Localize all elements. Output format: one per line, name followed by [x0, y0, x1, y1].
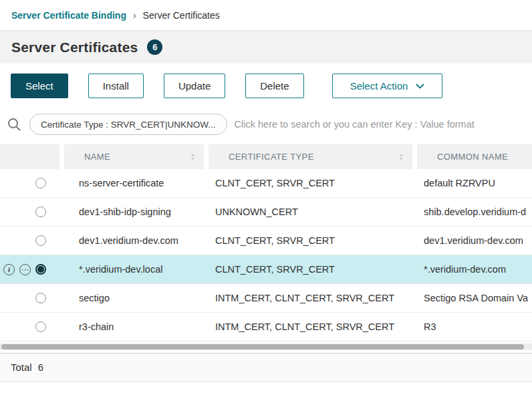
count-badge: 6 [147, 39, 162, 55]
cell-name: r3-chain [64, 321, 209, 332]
horizontal-scrollbar[interactable] [0, 343, 532, 350]
search-bar: Certificate Type : SRVR_CERT|UNKNOW... C… [0, 107, 532, 144]
cell-name: ns-server-certificate [64, 178, 209, 188]
table-header-common-name[interactable]: COMMON NAME ▲ ▼ [417, 144, 532, 169]
horizontal-scrollbar-thumb[interactable] [1, 344, 524, 350]
server-certificates-page: Server Certificate Binding › Server Cert… [0, 0, 532, 415]
search-icon [7, 117, 22, 132]
select-button[interactable]: Select [11, 74, 68, 98]
row-radio[interactable] [35, 264, 46, 275]
table-row[interactable]: i ⋯ *.veridium-dev.local CLNT_CERT, SRVR… [0, 255, 532, 284]
table-body: i ⋯ ns-server-certificate CLNT_CERT, SRV… [0, 169, 532, 341]
breadcrumb: Server Certificate Binding › Server Cert… [0, 0, 532, 31]
select-action-dropdown[interactable]: Select Action [332, 74, 443, 98]
cell-common-name: shib.develop.veridium-d [417, 206, 532, 217]
sort-icon[interactable]: ▲ ▼ [399, 153, 404, 161]
row-radio[interactable] [35, 178, 46, 188]
cell-common-name: default RZRVPU [417, 178, 532, 188]
total-value: 6 [38, 362, 43, 373]
table-header-certificate-type[interactable]: CERTIFICATE TYPE ▲ ▼ [209, 144, 417, 169]
cell-certificate-type: CLNT_CERT, SRVR_CERT [209, 178, 417, 188]
table-footer: Total 6 [0, 353, 532, 382]
cell-common-name: dev1.veridium-dev.com [417, 235, 532, 246]
delete-button[interactable]: Delete [245, 74, 303, 98]
cell-name: dev1.veridium-dev.com [64, 235, 209, 246]
page-title: Server Certificates [11, 39, 138, 55]
select-action-label: Select Action [350, 80, 408, 92]
row-actions: i ⋯ [3, 264, 31, 275]
cell-certificate-type: INTM_CERT, CLNT_CERT, SRVR_CERT [209, 321, 417, 332]
ellipsis-icon[interactable]: ⋯ [19, 264, 31, 275]
chevron-down-icon [416, 84, 424, 89]
table-row[interactable]: i ⋯ dev1.veridium-dev.com CLNT_CERT, SRV… [0, 227, 532, 255]
cell-name: sectigo [64, 293, 209, 303]
row-select-cell: i ⋯ [0, 235, 64, 247]
table-row[interactable]: i ⋯ dev1-shib-idp-signing UNKNOWN_CERT s… [0, 198, 532, 227]
info-icon[interactable]: i [3, 264, 15, 275]
cell-certificate-type: CLNT_CERT, SRVR_CERT [209, 264, 417, 275]
row-radio[interactable] [35, 321, 46, 332]
row-select-cell: i ⋯ [0, 264, 64, 275]
table-row[interactable]: i ⋯ ns-server-certificate CLNT_CERT, SRV… [0, 169, 532, 198]
row-radio[interactable] [35, 235, 46, 246]
toolbar: Select Install Update Delete Select Acti… [0, 63, 532, 107]
search-input[interactable]: Click here to search or you can enter Ke… [235, 119, 475, 130]
cell-common-name: R3 [417, 321, 532, 332]
cell-name: dev1-shib-idp-signing [64, 206, 209, 217]
install-button[interactable]: Install [88, 74, 144, 98]
filter-chip-certificate-type[interactable]: Certificate Type : SRVR_CERT|UNKNOW... [29, 114, 227, 135]
breadcrumb-current: Server Certificates [143, 10, 220, 21]
cell-name: *.veridium-dev.local [64, 264, 209, 275]
certificates-table: NAME ▲ ▼ CERTIFICATE TYPE ▲ ▼ COMMON NAM… [0, 144, 532, 341]
table-row[interactable]: i ⋯ r3-chain INTM_CERT, CLNT_CERT, SRVR_… [0, 313, 532, 341]
cell-certificate-type: UNKNOWN_CERT [209, 206, 417, 217]
table-header-row: NAME ▲ ▼ CERTIFICATE TYPE ▲ ▼ COMMON NAM… [0, 144, 532, 169]
title-band: Server Certificates 6 [0, 31, 532, 63]
total-label: Total [11, 362, 32, 373]
row-radio[interactable] [35, 293, 46, 303]
cell-common-name: *.veridium-dev.com [417, 264, 532, 275]
update-button[interactable]: Update [164, 74, 225, 98]
row-radio[interactable] [35, 206, 46, 217]
row-select-cell: i ⋯ [0, 293, 64, 304]
table-row[interactable]: i ⋯ sectigo INTM_CERT, CLNT_CERT, SRVR_C… [0, 284, 532, 313]
sort-icon[interactable]: ▲ ▼ [190, 153, 195, 161]
breadcrumb-link-server-certificate-binding[interactable]: Server Certificate Binding [11, 10, 126, 21]
cell-common-name: Sectigo RSA Domain Va [417, 293, 532, 303]
table-header-select-column [0, 144, 64, 169]
breadcrumb-separator-icon: › [133, 10, 136, 21]
cell-certificate-type: INTM_CERT, CLNT_CERT, SRVR_CERT [209, 293, 417, 303]
table-header-name[interactable]: NAME ▲ ▼ [64, 144, 209, 169]
cell-certificate-type: CLNT_CERT, SRVR_CERT [209, 235, 417, 246]
row-select-cell: i ⋯ [0, 178, 64, 189]
row-select-cell: i ⋯ [0, 321, 64, 333]
row-select-cell: i ⋯ [0, 206, 64, 218]
